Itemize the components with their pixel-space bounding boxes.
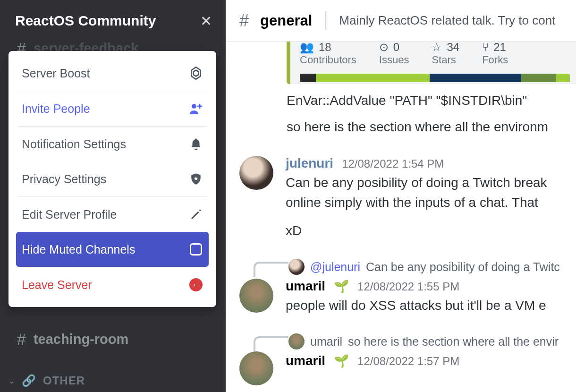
reply-author[interactable]: umaril bbox=[310, 335, 342, 349]
hash-icon: # bbox=[17, 330, 26, 349]
sidebar: ReactOS Community ✕ # server-feedback Se… bbox=[0, 0, 226, 392]
star-icon: ☆ bbox=[432, 42, 442, 54]
reply-indicator[interactable]: umaril so here is the section where all … bbox=[239, 332, 576, 351]
repo-stats: 👥18 Contributors ⊙0 Issues ☆34 Stars ⑂21… bbox=[300, 42, 570, 70]
message: umaril 🌱 12/08/2022 1:57 PM bbox=[239, 353, 576, 385]
stat-issues: ⊙0 Issues bbox=[379, 42, 409, 66]
author-name[interactable]: umaril bbox=[286, 353, 325, 368]
server-context-menu: Server Boost Invite People Notification … bbox=[8, 51, 216, 307]
menu-edit-server-profile[interactable]: Edit Server Profile bbox=[16, 197, 209, 232]
timestamp: 12/08/2022 1:54 PM bbox=[342, 157, 444, 170]
menu-label: Edit Server Profile bbox=[22, 208, 117, 222]
reply-spine bbox=[254, 262, 288, 277]
menu-privacy-settings[interactable]: Privacy Settings bbox=[16, 162, 209, 196]
stat-stars: ☆34 Stars bbox=[432, 42, 459, 66]
message: julenuri 12/08/2022 1:54 PM Can be any p… bbox=[239, 156, 576, 241]
reply-spine bbox=[254, 336, 288, 351]
language-bar bbox=[300, 74, 570, 82]
menu-label: Notification Settings bbox=[22, 137, 126, 151]
mention[interactable]: @julenuri bbox=[310, 260, 360, 274]
lang-segment bbox=[300, 74, 316, 82]
avatar-mini bbox=[288, 333, 305, 349]
menu-invite-people[interactable]: Invite People bbox=[16, 91, 209, 126]
message-text: so here is the section where all the env… bbox=[287, 117, 576, 137]
reply-preview: so here is the section where all the env… bbox=[348, 335, 559, 349]
menu-label: Hide Muted Channels bbox=[22, 243, 135, 256]
leave-icon: ← bbox=[189, 278, 203, 292]
lang-segment bbox=[316, 74, 429, 82]
timestamp: 12/08/2022 1:55 PM bbox=[357, 280, 459, 293]
channel-topic[interactable]: Mainly ReactOS related talk. Try to cont bbox=[339, 13, 555, 28]
message-list[interactable]: 👥18 Contributors ⊙0 Issues ☆34 Stars ⑂21… bbox=[226, 42, 576, 392]
menu-notification-settings[interactable]: Notification Settings bbox=[16, 127, 209, 162]
channel-header: # general Mainly ReactOS related talk. T… bbox=[226, 0, 576, 42]
leaf-emoji-icon: 🌱 bbox=[334, 354, 349, 368]
menu-leave-server[interactable]: Leave Server ← bbox=[16, 267, 209, 302]
lang-segment bbox=[556, 74, 570, 82]
shield-icon bbox=[189, 172, 203, 186]
lang-segment bbox=[430, 74, 521, 82]
author-name[interactable]: umaril bbox=[286, 279, 325, 294]
menu-hide-muted-channels[interactable]: Hide Muted Channels bbox=[16, 232, 209, 267]
link-icon: 🔗 bbox=[22, 374, 36, 387]
channel-item-teaching-room[interactable]: # teaching-room bbox=[0, 326, 226, 352]
message-text: Can be any posibility of doing a Twitch … bbox=[286, 173, 576, 193]
channel-label: teaching-room bbox=[34, 332, 128, 347]
checkbox-icon bbox=[189, 242, 203, 256]
bell-icon bbox=[189, 137, 203, 151]
lang-segment bbox=[521, 74, 556, 82]
avatar[interactable] bbox=[239, 156, 273, 190]
stat-forks: ⑂21 Forks bbox=[482, 42, 508, 66]
stat-contributors: 👥18 Contributors bbox=[300, 42, 356, 66]
issue-icon: ⊙ bbox=[379, 42, 389, 54]
pencil-icon bbox=[189, 207, 203, 222]
boost-icon bbox=[189, 66, 203, 80]
message-text: people will do XSS attacks but it'll be … bbox=[286, 296, 576, 315]
menu-server-boost[interactable]: Server Boost bbox=[16, 56, 209, 91]
menu-label: Privacy Settings bbox=[22, 172, 106, 186]
message: umaril 🌱 12/08/2022 1:55 PM people will … bbox=[239, 279, 576, 315]
channel-category-other[interactable]: ⌄ 🔗 OTHER bbox=[0, 374, 226, 387]
divider bbox=[325, 11, 326, 30]
people-icon: 👥 bbox=[300, 42, 314, 54]
server-name: ReactOS Community bbox=[15, 13, 156, 29]
avatar[interactable] bbox=[239, 279, 273, 313]
timestamp: 12/08/2022 1:57 PM bbox=[357, 355, 459, 368]
menu-label: Server Boost bbox=[22, 67, 90, 80]
close-icon[interactable]: ✕ bbox=[199, 13, 212, 29]
message-text: xD bbox=[286, 221, 576, 241]
category-label: OTHER bbox=[43, 374, 85, 387]
message-text: EnVar::AddValue "PATH" "$INSTDIR\bin" bbox=[287, 91, 576, 111]
reply-preview: Can be any posibility of doing a Twitc bbox=[366, 260, 560, 274]
reply-indicator[interactable]: @julenuri Can be any posibility of doing… bbox=[239, 257, 576, 277]
menu-label: Invite People bbox=[22, 102, 90, 116]
chevron-down-icon: ⌄ bbox=[8, 376, 15, 385]
repo-embed[interactable]: 👥18 Contributors ⊙0 Issues ☆34 Stars ⑂21… bbox=[287, 42, 576, 84]
avatar[interactable] bbox=[239, 351, 273, 385]
leaf-emoji-icon: 🌱 bbox=[334, 279, 349, 294]
message-text: online simply with the inputs of a chat.… bbox=[286, 193, 576, 213]
menu-label: Leave Server bbox=[22, 278, 92, 292]
channel-name: general bbox=[260, 12, 312, 29]
svg-point-0 bbox=[192, 104, 196, 109]
author-name[interactable]: julenuri bbox=[286, 156, 333, 171]
main-panel: # general Mainly ReactOS related talk. T… bbox=[226, 0, 576, 392]
avatar-mini bbox=[288, 259, 305, 275]
hash-icon: # bbox=[239, 11, 249, 31]
fork-icon: ⑂ bbox=[482, 42, 489, 54]
add-user-icon bbox=[189, 102, 203, 116]
